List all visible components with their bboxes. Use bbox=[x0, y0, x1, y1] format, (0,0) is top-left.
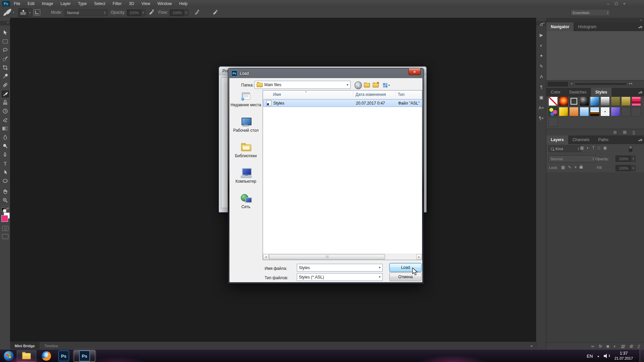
brush-preset-caret[interactable]: ▾ bbox=[28, 8, 32, 17]
pressure-size-icon[interactable] bbox=[212, 9, 218, 16]
column-date[interactable]: Дата изменения bbox=[356, 92, 386, 97]
shape-tool[interactable] bbox=[1, 177, 9, 185]
place-desktop[interactable]: Рабочий стол bbox=[230, 117, 261, 133]
zoom-tool[interactable] bbox=[1, 196, 9, 204]
panel-menu-icon[interactable]: ▾≡ bbox=[638, 90, 642, 95]
taskbar-explorer-button[interactable] bbox=[17, 350, 36, 362]
tab-mini-bridge[interactable]: Mini Bridge bbox=[10, 342, 40, 350]
column-divider[interactable] bbox=[395, 92, 395, 98]
tab-swatches[interactable]: Swatches bbox=[565, 88, 591, 97]
spot-healing-tool[interactable] bbox=[1, 81, 9, 89]
quick-mask-icon[interactable] bbox=[2, 226, 8, 231]
scroll-right-icon[interactable]: ▸ bbox=[416, 254, 422, 259]
empty-style-slot[interactable] bbox=[621, 107, 631, 116]
menu-item[interactable]: Window bbox=[154, 0, 176, 7]
blend-mode-select[interactable]: Normal ▴▾ bbox=[65, 9, 108, 16]
start-button[interactable] bbox=[3, 351, 14, 361]
layer-group-icon[interactable]: ▤ bbox=[621, 344, 625, 349]
menu-item[interactable]: Image bbox=[38, 0, 57, 7]
brush-preset-picker[interactable]: 600 bbox=[18, 8, 28, 17]
lock-transparent-pixels-icon[interactable]: ▦ bbox=[561, 165, 565, 170]
style-silver[interactable] bbox=[600, 97, 610, 106]
flow-field[interactable]: 100% bbox=[170, 9, 184, 16]
opacity-field[interactable]: 100% bbox=[127, 9, 142, 16]
character-panel-icon[interactable]: A bbox=[536, 73, 546, 80]
navigator-zoom-slider[interactable] bbox=[575, 83, 626, 85]
tab-histogram[interactable]: Histogram bbox=[574, 22, 601, 31]
move-tool[interactable] bbox=[1, 29, 9, 37]
dialog-title-bar[interactable]: Ps Load bbox=[228, 68, 424, 78]
character-styles-panel-icon[interactable]: A+ bbox=[536, 104, 546, 111]
zoom-out-icon[interactable]: ▲ bbox=[571, 82, 573, 84]
opacity-caret[interactable]: ▾ bbox=[141, 9, 146, 16]
history-panel-icon[interactable]: ↺ bbox=[536, 21, 546, 28]
menu-item[interactable]: Layer bbox=[57, 0, 74, 7]
screen-mode-icon[interactable] bbox=[2, 234, 8, 239]
place-libraries[interactable]: Библиотеки bbox=[230, 142, 261, 158]
style-black-gloss[interactable] bbox=[580, 97, 589, 106]
3d-materials-panel-icon[interactable]: ◐ bbox=[536, 42, 546, 49]
back-icon[interactable]: ◂ bbox=[355, 81, 362, 89]
menu-item[interactable]: 3D bbox=[125, 0, 138, 7]
eyedropper-tool[interactable] bbox=[1, 72, 9, 80]
swap-colors-icon[interactable]: ⇄ bbox=[6, 207, 9, 210]
style-blue-gloss[interactable] bbox=[590, 97, 599, 106]
horizontal-scrollbar[interactable]: ◂ ▸ bbox=[263, 254, 422, 260]
actions-panel-icon[interactable]: ▶ bbox=[536, 31, 546, 39]
adjustment-layer-icon[interactable]: ◐ bbox=[614, 344, 616, 349]
place-recent[interactable]: Недавние места bbox=[230, 92, 261, 107]
navigator-zoom-field[interactable] bbox=[548, 82, 568, 86]
type-tool[interactable]: T bbox=[1, 160, 9, 167]
views-icon[interactable]: ▾ bbox=[381, 81, 391, 89]
empty-style-slot[interactable] bbox=[632, 107, 641, 116]
collapse-panels-icon[interactable]: » bbox=[546, 18, 644, 22]
style-red-stripes[interactable] bbox=[632, 97, 641, 106]
tab-navigator[interactable]: Navigator bbox=[546, 22, 574, 31]
paragraph-panel-icon[interactable]: ¶ bbox=[536, 83, 546, 90]
place-network[interactable]: Сеть bbox=[230, 193, 261, 209]
column-divider[interactable] bbox=[353, 92, 353, 98]
tab-timeline[interactable]: Timeline bbox=[40, 342, 63, 350]
hand-tool[interactable] bbox=[1, 188, 9, 195]
minimize-icon[interactable]: – bbox=[607, 2, 609, 6]
layer-filter-kind-select[interactable]: Kind ▴▾ bbox=[548, 145, 581, 152]
scroll-left-icon[interactable]: ◂ bbox=[263, 254, 269, 259]
layer-mask-icon[interactable]: ◙ bbox=[606, 344, 609, 349]
lock-position-icon[interactable]: + bbox=[574, 165, 577, 170]
menu-item[interactable]: Type bbox=[74, 0, 90, 7]
layers-list[interactable] bbox=[546, 172, 644, 343]
style-yellow[interactable] bbox=[559, 107, 568, 116]
column-type[interactable]: Тип bbox=[398, 92, 405, 97]
style-none[interactable] bbox=[548, 97, 558, 106]
panel-menu-icon[interactable]: ▾≡ bbox=[638, 137, 642, 142]
menu-item[interactable]: Select bbox=[90, 0, 109, 7]
new-style-icon[interactable]: ⊞ bbox=[623, 130, 627, 135]
flow-caret[interactable]: ▾ bbox=[184, 9, 189, 16]
style-orange[interactable] bbox=[569, 107, 579, 116]
crop-tool[interactable] bbox=[1, 64, 9, 71]
marquee-tool[interactable] bbox=[1, 38, 9, 45]
pen-tool[interactable] bbox=[1, 151, 9, 159]
smudge-tool[interactable] bbox=[1, 133, 9, 141]
panel-menu-icon[interactable]: ▾≡ bbox=[638, 24, 642, 29]
tray-expand-icon[interactable]: ▴ bbox=[597, 354, 599, 358]
layer-opacity-caret[interactable]: ▾ bbox=[631, 156, 636, 162]
style-camo[interactable] bbox=[548, 107, 558, 116]
style-purple[interactable] bbox=[611, 107, 620, 116]
filename-combobox[interactable]: Styles ▼ bbox=[297, 264, 383, 272]
quick-selection-tool[interactable] bbox=[1, 55, 9, 63]
resize-grip-icon[interactable]: ⋰ bbox=[641, 82, 643, 85]
layer-opacity-field[interactable]: 100% bbox=[615, 156, 632, 162]
style-gold[interactable] bbox=[621, 97, 631, 106]
taskbar-clock[interactable]: 1:37 21.07.2017 bbox=[614, 351, 633, 361]
collapse-tools-icon[interactable]: » bbox=[0, 21, 10, 25]
style-pattern[interactable] bbox=[600, 107, 610, 116]
brush-presets-panel-icon[interactable]: ✦ bbox=[536, 52, 546, 59]
style-white-ring-selected[interactable] bbox=[569, 97, 579, 106]
layer-effects-icon[interactable]: fx bbox=[599, 344, 602, 349]
brush-panel-icon[interactable]: ✎ bbox=[536, 62, 546, 70]
style-olive-dim[interactable] bbox=[611, 97, 620, 106]
menu-item[interactable]: View bbox=[138, 0, 154, 7]
scrollbar-thumb[interactable] bbox=[269, 254, 385, 259]
zoom-in-icon[interactable]: ▲▲ bbox=[628, 82, 632, 85]
